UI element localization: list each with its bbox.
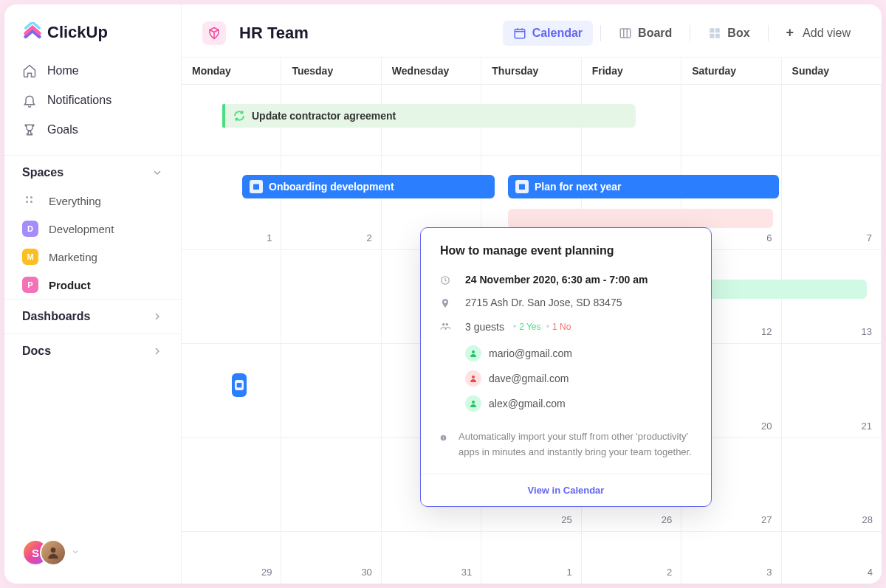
day-cell[interactable] bbox=[281, 438, 381, 532]
nav-goals-label: Goals bbox=[47, 123, 78, 136]
day-header: Sunday bbox=[782, 58, 882, 84]
view-in-calendar-link[interactable]: View in Calendar bbox=[421, 474, 711, 506]
event-blue-stub[interactable] bbox=[232, 373, 247, 397]
home-icon bbox=[22, 63, 37, 78]
event-update-contractor[interactable]: Update contractor agreement bbox=[222, 104, 636, 128]
popup-location-row: 2715 Ash Dr. San Jose, SD 83475 bbox=[421, 292, 711, 315]
space-product[interactable]: P Product bbox=[4, 271, 181, 299]
svg-point-22 bbox=[443, 436, 444, 437]
day-cell[interactable]: 1 bbox=[481, 532, 581, 584]
space-everything[interactable]: Everything bbox=[4, 187, 181, 215]
view-calendar[interactable]: Calendar bbox=[503, 21, 593, 46]
date-number: 1 bbox=[566, 567, 571, 578]
popup-location: 2715 Ash Dr. San Jose, SD 83475 bbox=[465, 297, 692, 311]
refresh-icon bbox=[233, 109, 246, 122]
chevron-right-icon bbox=[151, 311, 163, 322]
day-cell[interactable]: 2 bbox=[281, 156, 381, 249]
nav-home[interactable]: Home bbox=[16, 56, 169, 86]
date-number: 26 bbox=[662, 514, 672, 525]
day-cell[interactable]: 7 bbox=[782, 156, 882, 249]
day-cell[interactable]: 31 bbox=[382, 532, 481, 584]
space-development[interactable]: D Development bbox=[4, 215, 181, 243]
svg-rect-9 bbox=[710, 33, 715, 38]
space-badge-m: M bbox=[22, 249, 38, 265]
space-badge-d: D bbox=[22, 221, 38, 237]
user-menu[interactable]: S bbox=[22, 539, 80, 566]
day-cell[interactable] bbox=[182, 438, 281, 532]
dashboards-section[interactable]: Dashboards bbox=[4, 299, 181, 333]
guest-email: dave@gmail.com bbox=[489, 373, 569, 384]
nav-goals[interactable]: Goals bbox=[16, 115, 169, 145]
grid-icon bbox=[22, 193, 38, 209]
day-cell[interactable] bbox=[782, 85, 882, 155]
week-row: 29 30 31 1 2 3 4 bbox=[182, 531, 882, 584]
view-tabs: Calendar Board Box + Add view bbox=[503, 19, 861, 46]
date-number: 7 bbox=[867, 232, 872, 243]
nav-primary: Home Notifications Goals bbox=[4, 56, 181, 145]
date-number: 30 bbox=[361, 567, 371, 578]
view-board[interactable]: Board bbox=[608, 21, 682, 46]
calendar-grid: Monday Tuesday Wednesday Thursday Friday… bbox=[182, 57, 882, 584]
space-marketing[interactable]: M Marketing bbox=[4, 243, 181, 271]
guest-item[interactable]: mario@gmail.com bbox=[465, 341, 692, 366]
day-cell[interactable] bbox=[281, 250, 381, 344]
team-icon bbox=[202, 21, 226, 45]
nav-notifications-label: Notifications bbox=[47, 94, 111, 107]
day-cell[interactable]: 29 bbox=[182, 532, 281, 584]
day-cell[interactable]: 2 bbox=[582, 532, 681, 584]
day-cell[interactable]: 21 bbox=[782, 344, 882, 437]
day-headers: Monday Tuesday Wednesday Thursday Friday… bbox=[182, 58, 882, 84]
docs-section[interactable]: Docs bbox=[4, 333, 181, 368]
view-box[interactable]: Box bbox=[698, 21, 760, 46]
day-cell[interactable]: 3 bbox=[681, 532, 781, 584]
event-label: Onboarding development bbox=[269, 181, 394, 193]
day-cell[interactable] bbox=[681, 85, 781, 155]
svg-point-1 bbox=[30, 196, 32, 198]
people-icon bbox=[440, 319, 453, 333]
svg-rect-10 bbox=[715, 33, 720, 38]
event-label: Plan for next year bbox=[535, 181, 622, 193]
app-frame: ClickUp Home Notifications Goals Spaces … bbox=[4, 4, 882, 584]
logo-text: ClickUp bbox=[47, 23, 108, 42]
day-cell[interactable]: 30 bbox=[281, 532, 381, 584]
guest-email: alex@gmail.com bbox=[489, 398, 566, 409]
date-number: 29 bbox=[261, 567, 272, 578]
event-pink[interactable] bbox=[508, 209, 773, 228]
event-onboarding[interactable]: Onboarding development bbox=[242, 175, 495, 198]
nav-notifications[interactable]: Notifications bbox=[16, 86, 169, 115]
svg-point-0 bbox=[26, 196, 28, 198]
guest-item[interactable]: dave@gmail.com bbox=[465, 366, 692, 391]
day-header: Friday bbox=[582, 58, 681, 84]
day-cell[interactable]: 28 bbox=[782, 438, 882, 532]
event-label: Update contractor agreement bbox=[252, 110, 396, 122]
day-cell[interactable]: 4 bbox=[782, 532, 882, 584]
popup-title: How to manage event planning bbox=[421, 244, 711, 269]
event-plan-next-year[interactable]: Plan for next year bbox=[508, 175, 779, 198]
date-number: 21 bbox=[862, 421, 872, 432]
svg-point-2 bbox=[26, 201, 28, 203]
date-number: 27 bbox=[761, 514, 772, 525]
separator bbox=[768, 25, 769, 41]
guest-item[interactable]: alex@gmail.com bbox=[465, 391, 692, 416]
svg-rect-8 bbox=[715, 28, 720, 32]
main: HR Team Calendar Board Box + bbox=[182, 4, 882, 584]
spaces-header[interactable]: Spaces bbox=[4, 155, 181, 187]
view-board-label: Board bbox=[638, 27, 672, 40]
svg-rect-21 bbox=[443, 437, 444, 440]
chevron-down-icon bbox=[71, 546, 80, 559]
date-number: 2 bbox=[367, 232, 372, 243]
popup-info-text: Automatically import your stuff from oth… bbox=[459, 429, 692, 460]
popup-guest-summary: 3 guests •2 Yes •1 No bbox=[465, 319, 692, 333]
nav-home-label: Home bbox=[47, 64, 79, 77]
day-cell[interactable] bbox=[182, 250, 281, 344]
space-marketing-label: Marketing bbox=[49, 251, 97, 263]
day-cell[interactable]: 1 bbox=[182, 156, 281, 249]
event-popup: How to manage event planning 24 November… bbox=[420, 227, 712, 507]
add-view-button[interactable]: + Add view bbox=[776, 19, 861, 46]
logo[interactable]: ClickUp bbox=[4, 4, 181, 56]
day-cell[interactable] bbox=[281, 344, 381, 437]
chevron-right-icon bbox=[151, 345, 163, 357]
person-icon bbox=[465, 395, 481, 412]
team-title: HR Team bbox=[239, 24, 309, 43]
date-number: 25 bbox=[561, 514, 571, 525]
